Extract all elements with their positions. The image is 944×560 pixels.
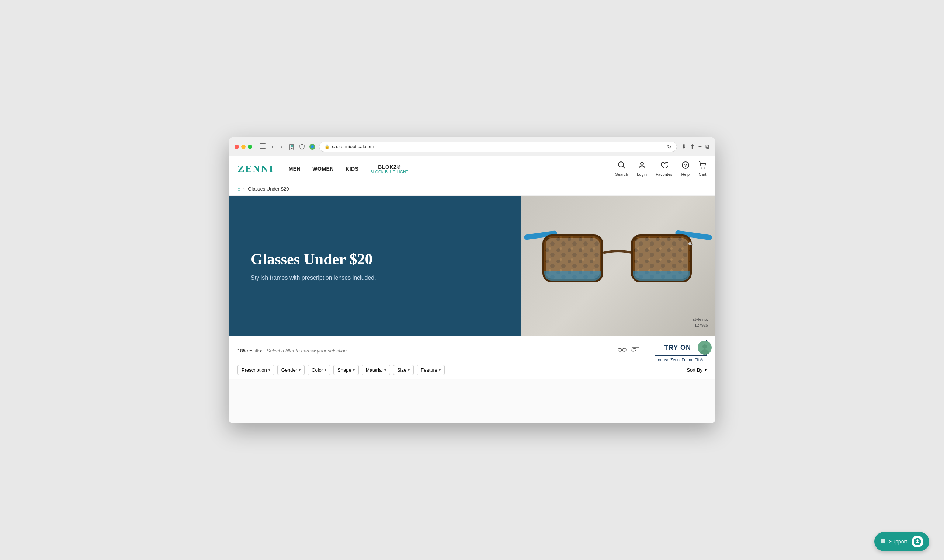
help-action[interactable]: ? Help — [681, 161, 690, 177]
cart-label: Cart — [699, 172, 707, 177]
hero-right-panel: style no. 127925 — [521, 196, 715, 336]
support-widget[interactable]: Support — [874, 532, 929, 551]
filters-top: 185 results: Select a filter to narrow y… — [237, 340, 707, 362]
help-icon: ? — [681, 161, 690, 171]
filter-gender[interactable]: Gender ▾ — [277, 365, 305, 375]
filter-hint: Select a filter to narrow your selection — [266, 348, 346, 354]
logo[interactable]: ZENNI — [237, 163, 274, 175]
filter-prescription[interactable]: Prescription ▾ — [237, 365, 274, 375]
bookmark-icon[interactable] — [288, 143, 296, 151]
help-label: Help — [681, 172, 690, 177]
favorites-label: Favorites — [656, 172, 672, 177]
cart-icon — [698, 161, 707, 171]
support-label: Support — [889, 538, 907, 545]
login-action[interactable]: Login — [637, 161, 647, 177]
hero-left-panel: Glasses Under $20 Stylish frames with pr… — [229, 196, 521, 336]
favorites-action[interactable]: Favorites — [656, 161, 672, 177]
filter-material[interactable]: Material ▾ — [362, 365, 390, 375]
support-bot-avatar — [912, 536, 923, 548]
hero-subtitle: Stylish frames with prescription lenses … — [251, 275, 376, 281]
shield-icon — [298, 143, 306, 151]
svg-rect-23 — [633, 271, 690, 280]
filter-size[interactable]: Size ▾ — [393, 365, 414, 375]
style-number-value: 127925 — [695, 323, 708, 328]
svg-point-46 — [917, 539, 918, 540]
product-cell-2[interactable] — [391, 379, 553, 423]
filter-color[interactable]: Color ▾ — [308, 365, 330, 375]
breadcrumb-separator: › — [243, 186, 245, 192]
filter-shape-label: Shape — [337, 367, 351, 373]
browser-chrome: ‹ › — [229, 137, 715, 156]
list-view-button[interactable] — [631, 346, 640, 355]
share-button[interactable]: ⬆ — [690, 143, 695, 150]
filter-material-label: Material — [366, 367, 383, 373]
try-on-sub[interactable]: or use Zenni Frame Fit ® — [658, 358, 703, 362]
chevron-down-icon: ▾ — [268, 368, 270, 372]
try-on-button[interactable]: TRY ON — [654, 340, 707, 356]
heart-icon — [660, 161, 668, 171]
nav-item-men[interactable]: MEN — [289, 166, 301, 172]
svg-point-32 — [618, 348, 622, 351]
filter-prescription-label: Prescription — [242, 367, 267, 373]
results-row: 185 results: Select a filter to narrow y… — [237, 348, 346, 354]
svg-text:?: ? — [684, 163, 687, 168]
maximize-button[interactable] — [248, 145, 252, 149]
address-bar[interactable]: 🔒 ca.zennioptical.com ↻ — [319, 142, 677, 152]
svg-rect-22 — [544, 271, 601, 280]
address-bar-container: 🔒 ca.zennioptical.com ↻ — [288, 142, 677, 152]
chevron-down-icon: ▾ — [439, 368, 440, 372]
results-count: 185 results: — [237, 348, 262, 354]
search-action[interactable]: Search — [615, 161, 628, 177]
filter-chips: Prescription ▾ Gender ▾ Color ▾ Shape ▾ — [237, 365, 445, 375]
login-label: Login — [637, 172, 647, 177]
nav-item-blokz[interactable]: BLOKZ® Block Blue Light — [371, 164, 408, 174]
hero-title: Glasses Under $20 — [251, 250, 376, 268]
browser-logo-icon — [309, 143, 316, 151]
svg-rect-44 — [917, 543, 918, 543]
filter-shape[interactable]: Shape ▾ — [333, 365, 359, 375]
tabs-button[interactable]: ⧉ — [705, 143, 710, 150]
svg-rect-0 — [260, 143, 265, 144]
filter-size-label: Size — [397, 367, 407, 373]
filter-feature[interactable]: Feature ▾ — [417, 365, 445, 375]
breadcrumb-home[interactable]: ⌂ — [237, 186, 240, 192]
sort-by[interactable]: Sort By ▾ — [687, 367, 707, 373]
product-grid — [229, 379, 715, 423]
style-label: style no. — [693, 317, 708, 322]
svg-rect-1 — [260, 146, 265, 146]
new-tab-button[interactable]: + — [698, 143, 702, 150]
chevron-down-icon: ▾ — [384, 368, 386, 372]
svg-point-25 — [691, 244, 693, 245]
download-button[interactable]: ⬇ — [681, 143, 686, 150]
breadcrumb: ⌂ › Glasses Under $20 — [229, 183, 715, 196]
style-number: style no. 127925 — [693, 316, 708, 328]
glasses-illustration — [522, 214, 714, 317]
search-label: Search — [615, 172, 628, 177]
blokz-label: BLOKZ® — [378, 164, 401, 170]
filter-gender-label: Gender — [281, 367, 297, 373]
nav-item-women[interactable]: WOMEN — [312, 166, 334, 172]
nav-item-kids[interactable]: KIDS — [345, 166, 359, 172]
svg-rect-2 — [260, 148, 265, 149]
try-on-widget: TRY ON or use Zenni Frame Fit ® — [654, 340, 707, 362]
product-cell-3[interactable] — [553, 379, 715, 423]
minimize-button[interactable] — [241, 145, 246, 149]
filters-row-container: Prescription ▾ Gender ▾ Color ▾ Shape ▾ — [237, 365, 707, 375]
grid-view-button[interactable] — [618, 346, 627, 355]
breadcrumb-current: Glasses Under $20 — [248, 186, 289, 192]
reload-button[interactable]: ↻ — [667, 144, 671, 150]
cart-action[interactable]: Cart — [698, 161, 707, 177]
filter-feature-label: Feature — [421, 367, 437, 373]
forward-button[interactable]: › — [279, 143, 284, 151]
sidebar-toggle-button[interactable] — [260, 143, 265, 150]
hero-banner: Glasses Under $20 Stylish frames with pr… — [229, 196, 715, 336]
right-controls: TRY ON or use Zenni Frame Fit ® — [618, 340, 707, 362]
header-actions: Search Login — [615, 161, 707, 177]
filters-bar: 185 results: Select a filter to narrow y… — [229, 336, 715, 379]
chevron-down-icon: ▾ — [325, 368, 326, 372]
svg-point-36 — [631, 348, 636, 352]
product-cell-1[interactable] — [229, 379, 391, 423]
back-button[interactable]: ‹ — [270, 143, 275, 151]
close-button[interactable] — [234, 145, 239, 149]
url-text: ca.zennioptical.com — [332, 144, 374, 149]
